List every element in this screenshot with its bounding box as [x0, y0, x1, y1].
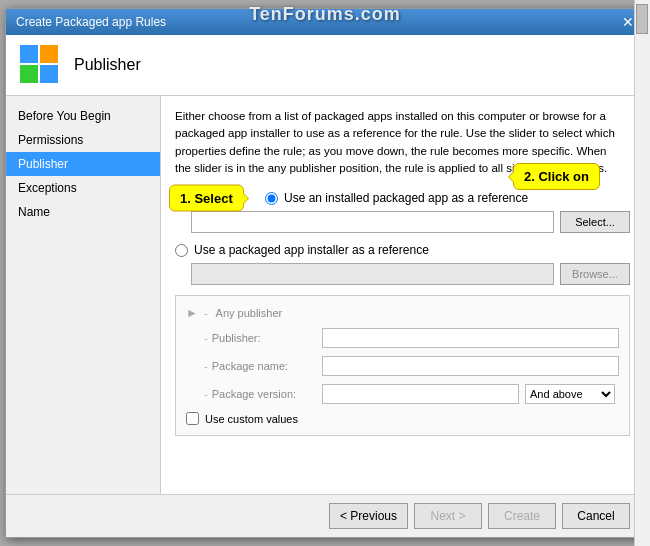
browse-button[interactable]: Browse...: [560, 263, 630, 285]
dash-package-name: -: [204, 360, 208, 372]
svg-rect-2: [20, 65, 38, 83]
footer: < Previous Next > Create Cancel: [6, 494, 644, 537]
package-name-row: - Package name:: [186, 356, 619, 376]
header-area: Publisher: [6, 35, 644, 96]
installer-row: Browse...: [191, 263, 630, 285]
radio-installer-label: Use a packaged app installer as a refere…: [194, 243, 429, 257]
close-button[interactable]: ✕: [622, 15, 634, 29]
dialog: Create Packaged app Rules TenForums.com …: [5, 8, 645, 538]
publisher-input[interactable]: [322, 328, 619, 348]
any-publisher-row: ► - Any publisher: [186, 306, 619, 320]
publisher-label: Publisher:: [212, 332, 322, 344]
dash-package-version: -: [204, 388, 208, 400]
installer-input[interactable]: [191, 263, 554, 285]
package-name-input[interactable]: [322, 356, 619, 376]
sidebar-item-name[interactable]: Name: [6, 200, 160, 224]
title-bar: Create Packaged app Rules TenForums.com …: [6, 9, 644, 35]
sidebar-item-publisher[interactable]: Publisher: [6, 152, 160, 176]
sidebar-item-permissions[interactable]: Permissions: [6, 128, 160, 152]
callout-1: 1. Select: [169, 185, 244, 212]
radio-installed-app[interactable]: [265, 192, 278, 205]
custom-values-row: Use custom values: [186, 412, 619, 425]
dash-publisher: -: [204, 332, 208, 344]
create-button[interactable]: Create: [488, 503, 556, 529]
installed-app-input[interactable]: [191, 211, 554, 233]
svg-rect-0: [20, 45, 38, 63]
properties-section: ► - Any publisher - Publisher: - Package…: [175, 295, 630, 436]
any-publisher-label: Any publisher: [216, 307, 283, 319]
sidebar-item-before-you-begin[interactable]: Before You Begin: [6, 104, 160, 128]
next-button[interactable]: Next >: [414, 503, 482, 529]
header-title: Publisher: [74, 56, 141, 74]
sidebar: Before You Begin Permissions Publisher E…: [6, 96, 161, 494]
svg-rect-1: [40, 45, 58, 63]
dash-any: -: [204, 307, 208, 319]
body: Before You Begin Permissions Publisher E…: [6, 96, 644, 494]
header-icon: [20, 45, 60, 85]
svg-rect-3: [40, 65, 58, 83]
radio-installer[interactable]: [175, 244, 188, 257]
select-button[interactable]: Select...: [560, 211, 630, 233]
custom-values-checkbox[interactable]: [186, 412, 199, 425]
slider-icon: ►: [186, 306, 198, 320]
scrollbar[interactable]: [634, 96, 644, 494]
publisher-field-row: - Publisher:: [186, 328, 619, 348]
dialog-title: Create Packaged app Rules: [16, 15, 166, 29]
package-version-input[interactable]: [322, 384, 519, 404]
installed-app-row: Select...: [191, 211, 630, 233]
package-version-label: Package version:: [212, 388, 322, 400]
version-dropdown[interactable]: And above And below Exactly: [525, 384, 615, 404]
callout-2: 2. Click on: [513, 163, 600, 190]
sidebar-item-exceptions[interactable]: Exceptions: [6, 176, 160, 200]
previous-button[interactable]: < Previous: [329, 503, 408, 529]
watermark: TenForums.com: [249, 4, 401, 24]
custom-values-label: Use custom values: [205, 413, 298, 425]
cancel-button[interactable]: Cancel: [562, 503, 630, 529]
main-content: Either choose from a list of packaged ap…: [161, 96, 644, 494]
radio-installed-app-label: Use an installed packaged app as a refer…: [284, 191, 528, 205]
package-name-label: Package name:: [212, 360, 322, 372]
package-version-row: - Package version: And above And below E…: [186, 384, 619, 404]
